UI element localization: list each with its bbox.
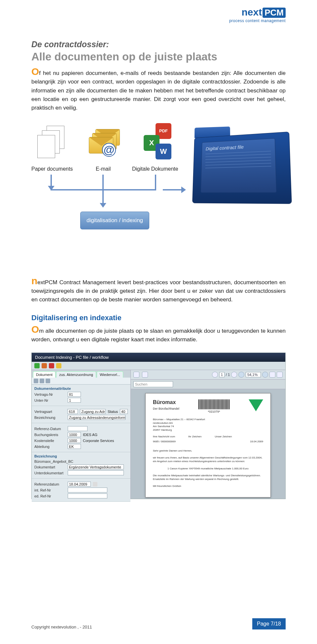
dropcap-o: O [31, 66, 39, 77]
page-title: Alle documenten op de juiste plaats [31, 51, 286, 63]
vertragsnr-field[interactable]: 81 [68, 392, 81, 397]
tab-dokument[interactable]: Dokument [33, 371, 55, 378]
page-number-badge: Page 7/18 [252, 618, 286, 629]
tab-wiedervorl[interactable]: Wiedervorl... [97, 371, 123, 378]
arrow-right-icon [163, 189, 185, 190]
zoom-in-icon[interactable] [262, 372, 268, 378]
tool-icon[interactable] [46, 379, 50, 383]
page-down-icon[interactable] [231, 372, 237, 378]
arrow-down-icon [51, 175, 52, 190]
copyright: Copyright nextevolution , - 2011 [31, 625, 92, 629]
status-field[interactable]: 40 [120, 409, 128, 414]
calendar-icon[interactable] [93, 482, 97, 487]
workflow-diagram: Paper documents @ E-mail PDF X W Digital… [31, 123, 286, 265]
barcode-icon [198, 399, 230, 409]
dropcap-o2: O [31, 324, 39, 335]
page-up-icon[interactable] [212, 372, 218, 378]
logo-prefix: next [242, 7, 262, 17]
paragraph-3: Om alle documenten op de juiste plaats o… [31, 327, 286, 344]
app-screenshot: Document Indexing - PC file / workflow D… [31, 353, 286, 499]
contract-folder-icon: Digital contract file [190, 127, 289, 203]
word-icon: W [156, 144, 171, 159]
save-icon[interactable] [142, 372, 148, 378]
check-icon[interactable] [34, 363, 40, 368]
digitalisation-box: digitalisation / indexing [80, 212, 149, 229]
doc-address: Büromax – Miquelallee 21 – 60342 Frankfu… [153, 418, 263, 432]
page-supertitle: De contractdossier: [31, 40, 286, 49]
arrow-down-icon [102, 189, 104, 207]
document-viewer: 1 / 1 54,1% Suchen 1 2 [131, 370, 285, 499]
folder-icon[interactable] [42, 363, 47, 368]
referenzdatum-field[interactable]: 18.04.2009 [68, 482, 91, 487]
attributes-panel: Dokument zus. Aktenzuordnung Wiedervorl.… [32, 370, 131, 499]
vertragsart-code[interactable]: 618 [67, 409, 78, 414]
print-icon[interactable] [133, 372, 139, 378]
page-current[interactable]: 1 [219, 372, 225, 377]
delete-icon[interactable] [49, 363, 54, 368]
label-paper: Paper documents [31, 166, 73, 172]
brand-logo: nextPCM process content management [229, 7, 286, 23]
rotate-icon[interactable] [277, 372, 283, 378]
at-icon: @ [102, 143, 116, 157]
gear-icon[interactable] [56, 363, 61, 368]
intro-paragraph: Of het nu papieren documenten, e-mails o… [31, 69, 286, 113]
logo-tagline: process content management [229, 18, 286, 23]
unternr-field[interactable]: 1 [68, 398, 81, 403]
label-email: E-mail [96, 166, 111, 172]
tool-icon[interactable] [34, 379, 38, 383]
window-title: Document Indexing - PC file / workflow [32, 353, 285, 362]
logo-box: PCM [263, 8, 286, 18]
doc-brand: Büromax Der Bürofachhandel [153, 399, 179, 411]
tab-aktenzuordnung[interactable]: zus. Aktenzuordnung [56, 371, 96, 378]
vendor-logo-icon [249, 399, 263, 414]
zoom-out-icon[interactable] [238, 372, 244, 378]
document-page: Büromax Der Bürofachhandel *021079* Büro… [145, 393, 271, 497]
panel-header: Dokumentenattribute [34, 387, 128, 390]
search-input[interactable]: Suchen [133, 381, 173, 387]
section-heading-digitisation: Digitalisering en indexatie [31, 314, 286, 322]
fit-icon[interactable] [269, 372, 275, 378]
main-toolbar [32, 362, 285, 370]
tool-icon[interactable] [40, 379, 44, 383]
bezeichnung-field[interactable]: Zugang zu Adressänderungsinform [68, 415, 125, 420]
label-digital: Digitale Dokumente [132, 166, 178, 172]
paragraph-2: nextPCM Contract Management levert best-… [31, 278, 286, 304]
zoom-level[interactable]: 54,1% [246, 372, 261, 377]
pager: 1 / 1 54,1% [212, 372, 283, 378]
dropcap-n: n [31, 275, 37, 286]
